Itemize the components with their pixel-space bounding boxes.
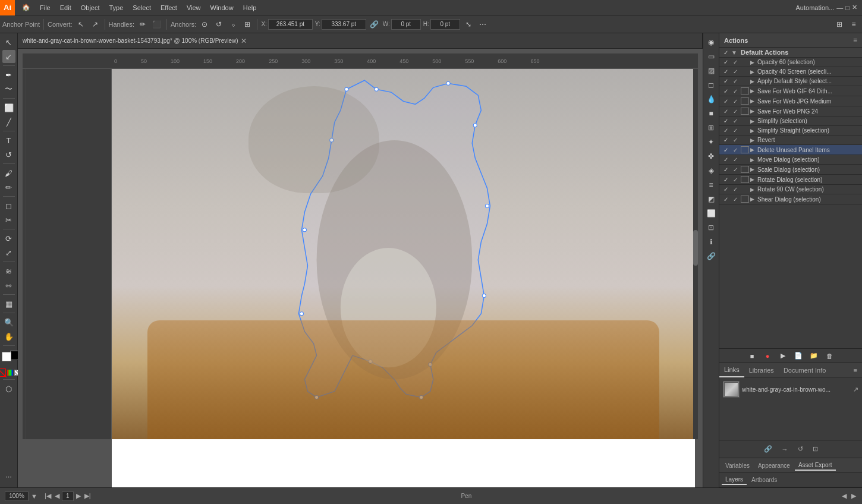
action-item-5[interactable]: ✓ ✓ ▶ Save For Web PNG 24 (719, 106, 862, 116)
menu-type[interactable]: Type (105, 0, 128, 15)
foreground-color-swatch[interactable] (2, 352, 11, 361)
brushes-icon[interactable]: ✦ (704, 136, 718, 149)
zoom-input[interactable] (5, 492, 29, 501)
hand-tool[interactable]: ✋ (2, 330, 15, 343)
first-page-btn[interactable]: |◀ (43, 492, 52, 500)
link-item-1[interactable]: white-and-gray-cat-in-brown-wo... ↗ (722, 380, 860, 399)
home-btn[interactable]: 🏠 (17, 0, 35, 15)
menu-edit[interactable]: Edit (55, 0, 76, 15)
type-tool[interactable]: T (2, 134, 15, 147)
appearance-tab-btn[interactable]: Appearance (754, 461, 794, 470)
toolbar-more[interactable]: ≡ (848, 18, 860, 30)
more-options[interactable]: ⋯ (477, 18, 489, 30)
minimize-btn[interactable]: — (836, 4, 843, 11)
warp-tool[interactable]: ≋ (2, 264, 15, 278)
pathfinder-icon[interactable]: ◩ (704, 193, 718, 206)
navigator-icon[interactable]: ⊡ (704, 221, 718, 234)
variables-tab-btn[interactable]: Variables (722, 461, 753, 470)
menu-select[interactable]: Select (128, 0, 156, 15)
anchors-tool-3[interactable]: ⬦ (227, 18, 239, 30)
info-icon[interactable]: ℹ (704, 235, 718, 248)
close-btn[interactable]: ✕ (852, 4, 857, 11)
scissors-tool[interactable]: ✂ (2, 213, 15, 226)
transform-link[interactable]: 🔗 (369, 18, 380, 30)
curvature-tool[interactable]: 〜 (2, 83, 15, 96)
action-item-13[interactable]: ✓ ✓ ▶ Rotate 90 CW (selection) (719, 185, 862, 194)
action-item-12[interactable]: ✓ ✓ ▶ Rotate Dialog (selection) (719, 175, 862, 185)
action-group-default[interactable]: ✓ ▼ Default Actions (719, 48, 862, 58)
arrange-icon[interactable]: ⊞ (833, 18, 845, 30)
canvas-area[interactable]: white-and-gray-cat-in-brown-woven-basket… (18, 33, 703, 487)
relink-btn[interactable]: 🔗 (762, 444, 775, 454)
zoom-tool[interactable]: 🔍 (2, 316, 15, 329)
graphic-styles-icon[interactable]: ◈ (704, 164, 718, 177)
menu-file[interactable]: File (35, 0, 55, 15)
select-tool[interactable]: ↖ (2, 36, 15, 49)
zoom-dropdown[interactable]: ▼ (30, 493, 39, 500)
action-item-10[interactable]: ✓ ✓ ▶ Move Dialog (selection) (719, 155, 862, 165)
artboards-tab-btn[interactable]: Artboards (748, 475, 781, 484)
action-item-3[interactable]: ✓ ✓ ▶ Save For Web GIF 64 Dith... (719, 86, 862, 96)
w-input[interactable] (391, 19, 421, 30)
links-tab[interactable]: Links (719, 363, 744, 377)
anchors-grid[interactable]: ⊞ (241, 18, 253, 30)
record-btn[interactable]: ● (762, 351, 773, 361)
action-item-2[interactable]: ✓ ✓ ▶ Apply Default Style (select... (719, 77, 862, 86)
y-input[interactable] (322, 19, 366, 30)
action-item-7[interactable]: ✓ ✓ ▶ Simplify Straight (selection) (719, 126, 862, 136)
align-icon[interactable]: ≡ (704, 178, 718, 191)
group-expand-arrow[interactable]: ▼ (731, 49, 740, 56)
pen-tool[interactable]: ✒ (2, 68, 15, 81)
action-item-6[interactable]: ✓ ✓ ▶ Simplify (selection) (719, 116, 862, 126)
eyedropper-icon[interactable]: 💧 (704, 93, 718, 106)
status-nav-right[interactable]: ▶ (850, 492, 857, 500)
actions-list[interactable]: ✓ ▼ Default Actions ✓ ✓ ▶ Opacity 60 (se… (719, 48, 862, 348)
maximize-btn[interactable]: □ (845, 4, 850, 11)
actions-panel-menu[interactable]: ≡ (853, 36, 857, 45)
artboard-tool[interactable]: ⬡ (2, 382, 15, 395)
anchors-tool-1[interactable]: ⊙ (199, 18, 210, 30)
stroke-icon[interactable]: ▭ (704, 50, 718, 63)
action-item-11[interactable]: ✓ ✓ ▶ Scale Dialog (selection) (719, 165, 862, 175)
paintbrush-tool[interactable]: 🖌 (2, 166, 15, 179)
more-tools[interactable]: ··· (2, 470, 15, 483)
links-strip-icon[interactable]: 🔗 (704, 250, 718, 263)
action-item-8[interactable]: ✓ ✓ ▶ Revert (719, 136, 862, 145)
anchors-tool-2[interactable]: ↺ (213, 18, 225, 30)
none-color[interactable] (0, 368, 6, 377)
page-input[interactable] (62, 492, 74, 501)
next-page-btn[interactable]: ▶ (75, 492, 82, 500)
update-link-btn[interactable]: ↺ (795, 444, 806, 454)
pencil-tool[interactable]: ✏ (2, 181, 15, 194)
h-input[interactable] (430, 19, 460, 30)
scale-tool[interactable]: ⤢ (2, 246, 15, 259)
spiral-tool[interactable]: ↺ (2, 148, 15, 161)
convert-tool-2[interactable]: ↗ (89, 18, 101, 30)
transform-icon[interactable]: ⤡ (463, 18, 474, 30)
line-tool[interactable]: ╱ (2, 115, 15, 128)
vscroll-thumb[interactable] (693, 230, 698, 266)
tab-close-btn[interactable]: ✕ (241, 37, 247, 45)
link-relink-btn[interactable]: ↗ (853, 386, 858, 393)
menu-effect[interactable]: Effect (156, 0, 182, 15)
appearance-icon[interactable]: ◉ (704, 36, 718, 49)
x-input[interactable] (268, 19, 313, 30)
column-graph-tool[interactable]: ▦ (2, 297, 15, 310)
goto-link-btn[interactable]: → (779, 445, 791, 454)
action-item-1[interactable]: ✓ ✓ ▶ Opacity 40 Screen (selecli... (719, 67, 862, 77)
action-item-14[interactable]: ✓ ✓ ▶ Shear Dialog (selection) (719, 194, 862, 204)
menu-window[interactable]: Window (206, 0, 238, 15)
eraser-tool[interactable]: ◻ (2, 199, 15, 212)
layers-tab-btn[interactable]: Layers (722, 475, 747, 485)
play-btn[interactable]: ▶ (778, 351, 788, 361)
swatches-icon[interactable]: ⊞ (704, 121, 718, 134)
rect-tool[interactable]: ⬜ (2, 101, 15, 114)
new-action-btn[interactable]: 📄 (793, 351, 804, 361)
transform-strip-icon[interactable]: ⬜ (704, 207, 718, 220)
menu-object[interactable]: Object (76, 0, 105, 15)
symbols-icon[interactable]: ✤ (704, 150, 718, 163)
transparency-icon[interactable]: ◻ (704, 78, 718, 92)
rotate-tool[interactable]: ⟳ (2, 232, 15, 245)
delete-action-btn[interactable]: 🗑 (824, 351, 835, 361)
prev-page-btn[interactable]: ◀ (54, 492, 61, 500)
